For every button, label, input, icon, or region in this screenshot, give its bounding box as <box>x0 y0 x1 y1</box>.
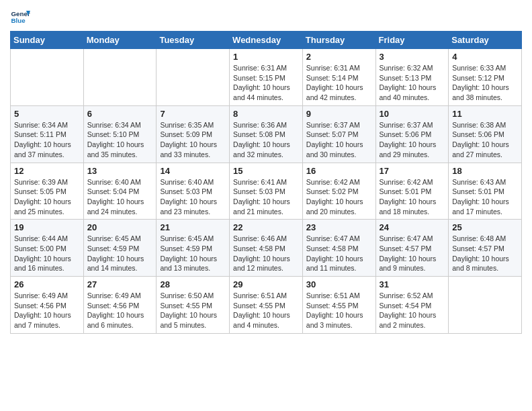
day-info: Sunrise: 6:42 AM Sunset: 5:01 PM Dayligh… <box>380 177 445 217</box>
calendar-cell: 6Sunrise: 6:34 AM Sunset: 5:10 PM Daylig… <box>83 105 157 163</box>
day-info: Sunrise: 6:41 AM Sunset: 5:03 PM Dayligh… <box>233 177 299 217</box>
day-info: Sunrise: 6:37 AM Sunset: 5:07 PM Dayligh… <box>306 120 372 160</box>
day-number: 23 <box>306 222 372 232</box>
calendar-cell: 21Sunrise: 6:45 AM Sunset: 4:59 PM Dayli… <box>157 220 230 277</box>
calendar-cell: 3Sunrise: 6:32 AM Sunset: 5:13 PM Daylig… <box>375 49 449 106</box>
weekday-header-saturday: Saturday <box>449 32 522 49</box>
day-number: 6 <box>87 109 153 119</box>
day-info: Sunrise: 6:33 AM Sunset: 5:12 PM Dayligh… <box>452 63 518 103</box>
day-number: 10 <box>380 109 445 119</box>
day-number: 11 <box>452 109 518 119</box>
day-info: Sunrise: 6:40 AM Sunset: 5:03 PM Dayligh… <box>160 177 226 217</box>
calendar-cell: 22Sunrise: 6:46 AM Sunset: 4:58 PM Dayli… <box>230 220 303 277</box>
logo: General Blue <box>10 7 33 27</box>
calendar-cell: 25Sunrise: 6:48 AM Sunset: 4:57 PM Dayli… <box>449 220 522 277</box>
day-number: 28 <box>160 279 226 289</box>
calendar-cell: 10Sunrise: 6:37 AM Sunset: 5:06 PM Dayli… <box>375 105 449 163</box>
calendar-cell: 8Sunrise: 6:36 AM Sunset: 5:08 PM Daylig… <box>230 105 303 163</box>
day-info: Sunrise: 6:45 AM Sunset: 4:59 PM Dayligh… <box>160 234 226 273</box>
day-info: Sunrise: 6:31 AM Sunset: 5:15 PM Dayligh… <box>233 63 299 103</box>
day-number: 18 <box>452 166 518 176</box>
day-info: Sunrise: 6:46 AM Sunset: 4:58 PM Dayligh… <box>233 234 299 273</box>
calendar-cell: 7Sunrise: 6:35 AM Sunset: 5:09 PM Daylig… <box>157 105 230 163</box>
logo-icon: General Blue <box>10 7 30 27</box>
day-number: 29 <box>233 279 299 289</box>
calendar-cell: 20Sunrise: 6:45 AM Sunset: 4:59 PM Dayli… <box>83 220 157 277</box>
calendar-cell: 19Sunrise: 6:44 AM Sunset: 5:00 PM Dayli… <box>11 220 84 277</box>
calendar-body: 1Sunrise: 6:31 AM Sunset: 5:15 PM Daylig… <box>11 49 522 334</box>
day-info: Sunrise: 6:43 AM Sunset: 5:01 PM Dayligh… <box>452 177 518 217</box>
weekday-header-thursday: Thursday <box>302 32 375 49</box>
calendar-cell: 18Sunrise: 6:43 AM Sunset: 5:01 PM Dayli… <box>449 163 522 220</box>
day-number: 12 <box>14 166 80 176</box>
day-info: Sunrise: 6:38 AM Sunset: 5:06 PM Dayligh… <box>452 120 518 160</box>
calendar-cell: 13Sunrise: 6:40 AM Sunset: 5:04 PM Dayli… <box>83 163 157 220</box>
calendar-cell: 4Sunrise: 6:33 AM Sunset: 5:12 PM Daylig… <box>449 49 522 106</box>
calendar-header: SundayMondayTuesdayWednesdayThursdayFrid… <box>11 32 522 49</box>
calendar-table: SundayMondayTuesdayWednesdayThursdayFrid… <box>10 31 522 334</box>
day-number: 17 <box>380 166 445 176</box>
calendar-week-4: 19Sunrise: 6:44 AM Sunset: 5:00 PM Dayli… <box>11 220 522 277</box>
day-number: 19 <box>14 222 80 232</box>
day-number: 2 <box>306 52 372 62</box>
day-info: Sunrise: 6:44 AM Sunset: 5:00 PM Dayligh… <box>14 234 80 273</box>
day-info: Sunrise: 6:36 AM Sunset: 5:08 PM Dayligh… <box>233 120 299 160</box>
day-number: 20 <box>87 222 153 232</box>
weekday-header-sunday: Sunday <box>11 32 84 49</box>
calendar-cell: 15Sunrise: 6:41 AM Sunset: 5:03 PM Dayli… <box>230 163 303 220</box>
calendar-cell: 9Sunrise: 6:37 AM Sunset: 5:07 PM Daylig… <box>302 105 375 163</box>
calendar-cell: 30Sunrise: 6:51 AM Sunset: 4:55 PM Dayli… <box>302 277 375 334</box>
calendar-week-5: 26Sunrise: 6:49 AM Sunset: 4:56 PM Dayli… <box>11 277 522 334</box>
calendar-cell: 17Sunrise: 6:42 AM Sunset: 5:01 PM Dayli… <box>375 163 449 220</box>
day-number: 15 <box>233 166 299 176</box>
day-number: 5 <box>14 109 80 119</box>
calendar-cell: 31Sunrise: 6:52 AM Sunset: 4:54 PM Dayli… <box>375 277 449 334</box>
svg-text:Blue: Blue <box>11 17 26 24</box>
calendar-cell <box>449 277 522 334</box>
day-info: Sunrise: 6:50 AM Sunset: 4:55 PM Dayligh… <box>160 291 226 330</box>
page-header: General Blue <box>10 7 522 27</box>
day-number: 16 <box>306 166 372 176</box>
day-number: 9 <box>306 109 372 119</box>
calendar-cell: 24Sunrise: 6:47 AM Sunset: 4:57 PM Dayli… <box>375 220 449 277</box>
day-info: Sunrise: 6:42 AM Sunset: 5:02 PM Dayligh… <box>306 177 372 217</box>
day-number: 25 <box>452 222 518 232</box>
calendar-cell: 28Sunrise: 6:50 AM Sunset: 4:55 PM Dayli… <box>157 277 230 334</box>
day-number: 4 <box>452 52 518 62</box>
day-number: 14 <box>160 166 226 176</box>
day-number: 1 <box>233 52 299 62</box>
day-number: 22 <box>233 222 299 232</box>
weekday-header-wednesday: Wednesday <box>230 32 303 49</box>
day-info: Sunrise: 6:39 AM Sunset: 5:05 PM Dayligh… <box>14 177 80 217</box>
day-info: Sunrise: 6:51 AM Sunset: 4:55 PM Dayligh… <box>233 291 299 330</box>
day-info: Sunrise: 6:49 AM Sunset: 4:56 PM Dayligh… <box>87 291 153 330</box>
calendar-cell: 12Sunrise: 6:39 AM Sunset: 5:05 PM Dayli… <box>11 163 84 220</box>
calendar-cell: 2Sunrise: 6:31 AM Sunset: 5:14 PM Daylig… <box>302 49 375 106</box>
calendar-cell: 27Sunrise: 6:49 AM Sunset: 4:56 PM Dayli… <box>83 277 157 334</box>
calendar-week-1: 1Sunrise: 6:31 AM Sunset: 5:15 PM Daylig… <box>11 49 522 106</box>
weekday-header-row: SundayMondayTuesdayWednesdayThursdayFrid… <box>11 32 522 49</box>
calendar-cell <box>83 49 157 106</box>
day-info: Sunrise: 6:37 AM Sunset: 5:06 PM Dayligh… <box>380 120 445 160</box>
day-info: Sunrise: 6:48 AM Sunset: 4:57 PM Dayligh… <box>452 234 518 273</box>
day-info: Sunrise: 6:34 AM Sunset: 5:11 PM Dayligh… <box>14 120 80 160</box>
day-number: 21 <box>160 222 226 232</box>
calendar-cell: 23Sunrise: 6:47 AM Sunset: 4:58 PM Dayli… <box>302 220 375 277</box>
day-info: Sunrise: 6:32 AM Sunset: 5:13 PM Dayligh… <box>380 63 445 103</box>
day-number: 27 <box>87 279 153 289</box>
day-number: 31 <box>380 279 445 289</box>
day-info: Sunrise: 6:52 AM Sunset: 4:54 PM Dayligh… <box>380 291 445 330</box>
calendar-cell: 11Sunrise: 6:38 AM Sunset: 5:06 PM Dayli… <box>449 105 522 163</box>
day-number: 24 <box>380 222 445 232</box>
day-info: Sunrise: 6:45 AM Sunset: 4:59 PM Dayligh… <box>87 234 153 273</box>
day-number: 7 <box>160 109 226 119</box>
calendar-cell: 29Sunrise: 6:51 AM Sunset: 4:55 PM Dayli… <box>230 277 303 334</box>
calendar-cell: 26Sunrise: 6:49 AM Sunset: 4:56 PM Dayli… <box>11 277 84 334</box>
calendar-week-3: 12Sunrise: 6:39 AM Sunset: 5:05 PM Dayli… <box>11 163 522 220</box>
day-info: Sunrise: 6:49 AM Sunset: 4:56 PM Dayligh… <box>14 291 80 330</box>
day-number: 13 <box>87 166 153 176</box>
calendar-cell <box>157 49 230 106</box>
day-info: Sunrise: 6:47 AM Sunset: 4:57 PM Dayligh… <box>380 234 445 273</box>
calendar-cell: 14Sunrise: 6:40 AM Sunset: 5:03 PM Dayli… <box>157 163 230 220</box>
day-info: Sunrise: 6:40 AM Sunset: 5:04 PM Dayligh… <box>87 177 153 217</box>
